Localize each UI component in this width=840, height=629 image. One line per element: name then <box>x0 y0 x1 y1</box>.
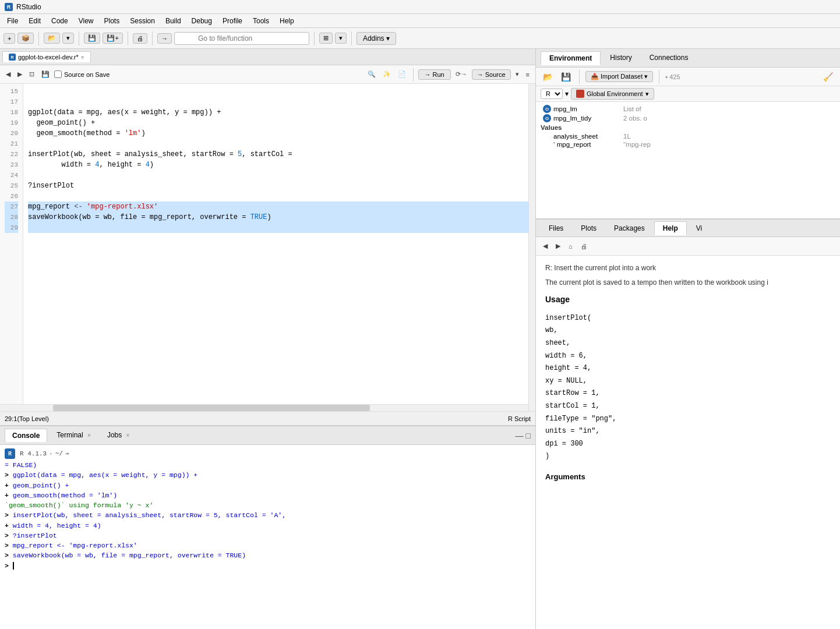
rerun-button[interactable]: ⟳→ <box>453 69 470 79</box>
addins-button[interactable]: Addins ▾ <box>357 32 396 45</box>
env-clear-button[interactable]: 🧹 <box>821 71 835 83</box>
menu-build[interactable]: Build <box>161 16 186 26</box>
search-button[interactable]: 🔍 <box>365 69 378 79</box>
save-button[interactable]: 💾 <box>84 33 100 44</box>
source-dropdown-button[interactable]: ▾ <box>513 69 521 79</box>
help-print-button[interactable]: 🖨 <box>578 242 590 251</box>
connections-tab-label: Connections <box>650 54 689 62</box>
global-env-button[interactable]: Global Environment ▾ <box>571 88 654 100</box>
values-section: Values <box>538 123 838 132</box>
console-tab-label: Console <box>12 432 40 440</box>
help-tab[interactable]: Help <box>654 221 687 235</box>
help-forward-button[interactable]: ▶ <box>553 241 563 251</box>
code-line-23: width = 4, height = 4) <box>28 160 531 170</box>
code-editor[interactable]: 15 17 18 19 20 21 22 23 24 25 26 27 28 2… <box>0 84 535 411</box>
help-intro2: The current plot is saved to a tempo the… <box>545 277 831 288</box>
source-label: Source <box>485 71 506 78</box>
mpg-lm-tidy-item[interactable]: O mpg_lm_tidy 2 obs. o <box>538 114 838 123</box>
environment-tab-label: Environment <box>549 54 592 62</box>
source-on-save-checkbox[interactable] <box>54 70 62 78</box>
menu-file[interactable]: File <box>2 16 23 26</box>
separator-5 <box>314 31 315 45</box>
history-tab[interactable]: History <box>602 51 640 65</box>
recent-files-button[interactable]: ▾ <box>62 33 74 44</box>
connections-tab[interactable]: Connections <box>641 51 697 65</box>
r-selector[interactable]: R <box>541 89 563 99</box>
goto-input[interactable] <box>174 32 309 45</box>
menu-tools[interactable]: Tools <box>248 16 274 26</box>
open-file-button[interactable]: 📂 <box>44 33 60 44</box>
save-all-button[interactable]: 💾+ <box>103 33 122 44</box>
env-save-button[interactable]: 💾 <box>559 71 573 83</box>
help-back-button[interactable]: ◀ <box>541 241 550 251</box>
source-on-save-label: Source on Save <box>64 71 110 78</box>
console-content[interactable]: R R 4.1.3 · ~/ ⇒ = FALSE) > ggplot(data … <box>0 445 535 629</box>
goto-button[interactable]: → <box>157 33 172 44</box>
menu-code[interactable]: Code <box>47 16 73 26</box>
grid-button[interactable]: ⊞ <box>319 33 333 44</box>
new-file-button[interactable]: + <box>3 33 15 44</box>
console-minimize-button[interactable]: — <box>516 431 524 440</box>
usage-line-6: xy = NULL, <box>545 375 831 388</box>
editor-tab[interactable]: R ggplot-to-excel-dev.r* × <box>2 51 91 62</box>
terminal-tab-close[interactable]: × <box>87 432 91 439</box>
analysis-sheet-item[interactable]: analysis_sheet 1L <box>538 132 838 140</box>
plots-tab[interactable]: Plots <box>573 222 605 235</box>
menu-view[interactable]: View <box>74 16 98 26</box>
editor-show-in-new-button[interactable]: ⊡ <box>27 69 37 79</box>
env-load-button[interactable]: 📂 <box>541 71 555 83</box>
print-button[interactable]: 🖨 <box>133 33 147 44</box>
menu-debug[interactable]: Debug <box>187 16 217 26</box>
environment-tab[interactable]: Environment <box>541 51 601 65</box>
help-intro: R: Insert the current plot into a work <box>545 263 831 274</box>
import-dataset-button[interactable]: 📥 Import Dataset ▾ <box>585 71 653 82</box>
usage-line-5: height = 4, <box>545 362 831 375</box>
vertical-scrollbar[interactable] <box>528 84 535 411</box>
mpg-lm-item[interactable]: O mpg_lm List of <box>538 104 838 114</box>
editor-tab-close[interactable]: × <box>81 54 84 61</box>
help-home-button[interactable]: ⌂ <box>566 242 575 251</box>
usage-line-10: units = "in", <box>545 425 831 438</box>
console-tab[interactable]: Console <box>5 429 47 442</box>
menu-profile[interactable]: Profile <box>218 16 247 26</box>
console-line-3: + geom_point() + <box>5 480 531 490</box>
editor-back-button[interactable]: ◀ <box>3 69 13 79</box>
context-level[interactable]: (Top Level) <box>17 415 48 422</box>
editor-tab-bar: R ggplot-to-excel-dev.r* × <box>0 49 535 65</box>
run-button[interactable]: → Run <box>418 69 451 80</box>
file-type[interactable]: R Script <box>508 415 531 422</box>
packages-tab[interactable]: Packages <box>606 222 653 235</box>
files-tab[interactable]: Files <box>541 222 571 235</box>
separator-2 <box>79 31 79 45</box>
viewer-tab[interactable]: Vi <box>688 222 710 235</box>
usage-line-8: startCol = 1, <box>545 400 831 413</box>
source-button[interactable]: → Source <box>472 69 511 80</box>
addins-dropdown-icon: ▾ <box>386 34 390 43</box>
editor-forward-button[interactable]: ▶ <box>15 69 24 79</box>
right-panel: Environment History Connections 📂 💾 📥 Im… <box>536 49 840 629</box>
code-tools-button[interactable]: ✨ <box>380 69 393 79</box>
format-button[interactable]: ≡ <box>524 70 532 79</box>
console-maximize-button[interactable]: □ <box>526 431 531 440</box>
menu-plots[interactable]: Plots <box>100 16 125 26</box>
compile-button[interactable]: 📄 <box>396 69 408 79</box>
mpg-report-name: ‘ mpg_report <box>553 141 623 148</box>
menu-edit[interactable]: Edit <box>24 16 45 26</box>
editor-save-button[interactable]: 💾 <box>39 69 52 79</box>
arguments-title: Arguments <box>545 471 831 483</box>
grid-dropdown-button[interactable]: ▾ <box>335 33 347 44</box>
console-line-9: > mpg_report <- 'mpg-report.xlsx' <box>5 540 531 550</box>
menu-help[interactable]: Help <box>275 16 299 26</box>
terminal-tab[interactable]: Terminal × <box>50 429 98 443</box>
horizontal-scrollbar[interactable] <box>0 404 528 411</box>
jobs-tab[interactable]: Jobs × <box>100 429 137 443</box>
console-prompt-empty: > <box>5 561 531 571</box>
code-line-28: saveWorkbook(wb = wb, file = mpg_report,… <box>28 212 531 222</box>
menu-session[interactable]: Session <box>125 16 160 26</box>
usage-code: insertPlot( wb, sheet, width = 6, height… <box>545 310 831 465</box>
analysis-sheet-type: 1L <box>623 133 833 140</box>
new-project-button[interactable]: 📦 <box>17 33 34 44</box>
mpg-report-item[interactable]: ‘ mpg_report "mpg-rep <box>538 140 838 149</box>
jobs-tab-close[interactable]: × <box>126 432 130 439</box>
code-line-29 <box>28 222 531 233</box>
